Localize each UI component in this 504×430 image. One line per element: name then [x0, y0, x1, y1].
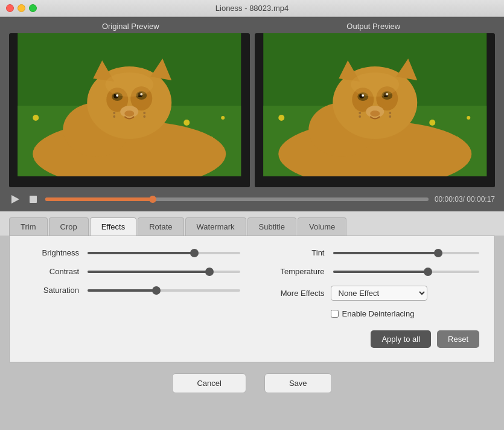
- svg-point-2: [33, 115, 39, 121]
- playback-bar: 00:00:03/ 00:00:17: [9, 191, 495, 208]
- stop-button[interactable]: [27, 193, 39, 205]
- original-preview-label: Original Preview: [9, 22, 252, 31]
- more-effects-label: More Effects: [264, 289, 325, 298]
- progress-fill: [45, 197, 153, 201]
- temperature-row: Temperature: [264, 267, 480, 276]
- window-controls[interactable]: [6, 4, 37, 12]
- tabs-row: Trim Crop Effects Rotate Watermark Subti…: [9, 217, 495, 236]
- window-title: Lioness - 88023.mp4: [215, 4, 289, 13]
- preview-labels: Original Preview Output Preview: [9, 22, 495, 31]
- svg-point-30: [143, 115, 145, 118]
- close-button[interactable]: [6, 4, 14, 12]
- progress-bar[interactable]: [45, 197, 429, 201]
- svg-point-9: [221, 116, 225, 120]
- tint-row: Tint: [264, 248, 480, 257]
- tint-thumb[interactable]: [434, 249, 442, 257]
- svg-point-62: [389, 115, 391, 118]
- svg-point-28: [113, 115, 115, 118]
- tint-fill: [333, 252, 439, 254]
- output-preview-label: Output Preview: [252, 22, 496, 31]
- deinterlace-checkbox[interactable]: [331, 310, 339, 318]
- contrast-thumb[interactable]: [205, 268, 214, 276]
- temperature-slider[interactable]: [333, 271, 480, 273]
- footer: Cancel Save: [0, 362, 504, 404]
- effects-right: Tint Temperature More Effects None Effec…: [264, 248, 480, 324]
- reset-button[interactable]: Reset: [437, 330, 479, 348]
- time-display: 00:00:03/ 00:00:17: [435, 195, 495, 204]
- brightness-fill: [88, 252, 194, 254]
- svg-point-38: [429, 120, 435, 126]
- svg-point-27: [113, 112, 115, 114]
- original-preview-bar: [9, 176, 250, 187]
- svg-point-6: [183, 120, 190, 126]
- saturation-row: Saturation: [25, 286, 240, 295]
- cancel-button[interactable]: Cancel: [172, 373, 246, 393]
- temperature-fill: [333, 271, 429, 273]
- brightness-label: Brightness: [25, 248, 79, 257]
- tab-subtitle[interactable]: Subtitle: [247, 217, 296, 236]
- deinterlace-label: Enable Deinterlacing: [342, 309, 415, 318]
- effects-grid: Brightness Contrast Saturation: [25, 248, 479, 324]
- tab-watermark[interactable]: Watermark: [185, 217, 246, 236]
- tab-rotate[interactable]: Rotate: [138, 217, 183, 236]
- apply-to-all-button[interactable]: Apply to all: [371, 330, 431, 348]
- minimize-button[interactable]: [18, 4, 25, 12]
- original-preview: [9, 33, 250, 187]
- saturation-fill: [88, 289, 156, 292]
- stop-icon: [30, 196, 37, 203]
- play-button[interactable]: [9, 193, 21, 205]
- svg-point-41: [467, 116, 470, 120]
- svg-point-63: [351, 72, 399, 97]
- temperature-thumb[interactable]: [424, 268, 432, 276]
- saturation-slider[interactable]: [88, 289, 240, 292]
- svg-point-60: [359, 115, 361, 118]
- saturation-thumb[interactable]: [152, 286, 161, 295]
- more-effects-row: More Effects None Effect Grayscale Sepia…: [264, 286, 480, 301]
- tint-slider[interactable]: [333, 252, 480, 254]
- svg-point-26: [124, 111, 134, 117]
- contrast-label: Contrast: [25, 267, 79, 276]
- brightness-row: Brightness: [25, 248, 240, 257]
- more-effects-select[interactable]: None Effect Grayscale Sepia Negative Blu…: [331, 286, 427, 301]
- svg-point-34: [278, 115, 284, 121]
- brightness-thumb[interactable]: [190, 249, 199, 257]
- tab-trim[interactable]: Trim: [9, 217, 48, 236]
- tab-crop[interactable]: Crop: [49, 217, 89, 236]
- content-panel: Brightness Contrast Saturation: [9, 236, 495, 362]
- output-preview: [255, 33, 496, 187]
- contrast-fill: [88, 271, 209, 273]
- tab-effects[interactable]: Effects: [90, 217, 137, 236]
- output-preview-bar: [255, 176, 496, 187]
- svg-point-61: [389, 112, 391, 114]
- progress-thumb[interactable]: [149, 196, 156, 203]
- title-bar: Lioness - 88023.mp4: [0, 0, 504, 17]
- effects-left: Brightness Contrast Saturation: [25, 248, 240, 324]
- save-button[interactable]: Save: [264, 373, 332, 393]
- tint-label: Tint: [264, 248, 325, 257]
- svg-point-59: [359, 112, 361, 114]
- video-section: Original Preview Output Preview: [0, 17, 504, 211]
- play-icon: [11, 195, 19, 204]
- tab-volume[interactable]: Volume: [298, 217, 346, 236]
- previews-container: [9, 33, 495, 187]
- svg-point-58: [370, 111, 380, 117]
- contrast-row: Contrast: [25, 267, 240, 276]
- svg-point-31: [105, 72, 153, 97]
- maximize-button[interactable]: [29, 4, 37, 12]
- temperature-label: Temperature: [264, 267, 325, 276]
- deinterlace-row: Enable Deinterlacing: [331, 309, 480, 318]
- svg-point-29: [143, 112, 145, 114]
- saturation-label: Saturation: [25, 286, 79, 295]
- contrast-slider[interactable]: [88, 271, 240, 273]
- tabs-section: Trim Crop Effects Rotate Watermark Subti…: [0, 211, 504, 236]
- brightness-slider[interactable]: [88, 252, 240, 254]
- action-buttons: Apply to all Reset: [25, 330, 479, 348]
